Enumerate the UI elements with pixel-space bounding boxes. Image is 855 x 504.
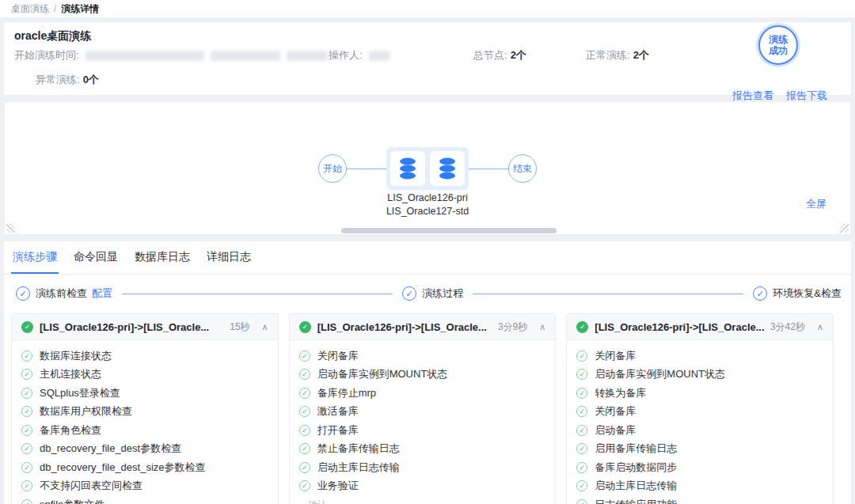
tab-detail-log[interactable]: 详细日志 [205,241,253,274]
step-item-label: 业务验证 [317,479,359,493]
confirm-step-label: 确认 [308,498,556,504]
step-item-label: 启动备库实例到MOUNT状态 [317,367,448,381]
horizontal-scrollbar-thumb[interactable] [341,228,557,233]
step-check-icon: ✓ [21,480,32,491]
operator-label: 操作人: [329,48,363,63]
recovery-card-header[interactable]: ✓ [LIS_Oracle126-pri]->[LIS_Oracle... 3分… [567,314,833,340]
recovery-duration: 3分42秒 [770,320,805,334]
step-cards-row: ✓ [LIS_Oracle126-pri]->[LIS_Oracle... 15… [11,313,834,504]
step-item-label: 激活备库 [317,404,359,419]
flow-end-node[interactable]: 结束 [508,154,537,183]
step-item-label: 数据库用户权限检查 [40,404,132,419]
step-item: ✓ 主机连接状态 [21,366,268,385]
step-item-label: 备库角色检查 [40,423,101,438]
flow-connector [469,169,508,169]
phase1-label: 演练前检查 [36,286,87,301]
db-standby-label: LIS_Oracle127-std [5,205,850,218]
step-item: ✓ 启动主库日志传输 [299,458,546,477]
step-item: ✓ 备库角色检查 [21,421,268,440]
page-title: oracle桌面演练 [14,29,91,44]
db-pair-node[interactable] [386,147,469,190]
step-check-icon: ✓ [21,351,32,362]
breadcrumb: 桌面演练 / 演练详情 [0,0,855,17]
stepper-line [473,294,743,294]
process-card-header[interactable]: ✓ [LIS_Oracle126-pri]->[LIS_Oracle... 3分… [290,314,556,340]
redacted-operator [369,51,390,61]
abnormal-drill-value: 0个 [83,73,99,87]
total-nodes-label: 总节点: [473,48,507,63]
tab-database-log[interactable]: 数据库日志 [133,241,192,274]
redacted-start-time [86,51,204,61]
success-check-icon: ✓ [576,321,588,333]
resize-handle-right[interactable] [840,224,849,233]
step-item: ✓ 打开备库 [299,421,546,440]
step-item: ✓ db_recovery_file_dest参数检查 [21,440,268,459]
step-check-icon: ✓ [576,406,587,417]
step-item: ✓ 数据库用户权限检查 [21,403,268,422]
breadcrumb-parent[interactable]: 桌面演练 [11,2,49,16]
drill-success-badge: 演练成功 [758,25,798,65]
step-item: ✓ 关闭备库 [299,347,546,366]
breadcrumb-separator: / [54,3,56,14]
collapse-chevron-icon[interactable]: ∧ [539,322,545,332]
precheck-card-title: [LIS_Oracle126-pri]->[LIS_Oracle... [40,321,223,333]
redacted-start-time-2 [211,51,280,61]
step-item-label: db_recovery_file_dest参数检查 [40,441,181,456]
step-item: ✓ 启用备库传输日志 [576,440,823,459]
drill-detail-panel: 演练步骤 命令回显 数据库日志 详细日志 ✓ 演练前检查 配置 ✓ 演练过程 ✓… [4,241,851,504]
step-item: ✓ 业务验证 [299,477,546,496]
phase1-check-icon: ✓ [16,286,30,301]
db-pair-labels: LIS_Oracle126-pri LIS_Oracle127-std [5,191,850,218]
precheck-card-header[interactable]: ✓ [LIS_Oracle126-pri]->[LIS_Oracle... 15… [12,314,278,340]
process-card-title: [LIS_Oracle126-pri]->[LIS_Oracle... [317,321,492,333]
step-item-label: 打开备库 [317,423,359,438]
db-node-standby[interactable] [430,151,465,186]
step-item: ✓ 数据库连接状态 [21,347,268,366]
step-item: ✓ spfile参数文件 [21,495,268,504]
phase3-check-icon: ✓ [753,286,767,301]
step-check-icon: ✓ [299,425,310,436]
tab-drill-steps[interactable]: 演练步骤 [11,241,59,274]
step-check-icon: ✓ [21,443,32,454]
step-item-label: 日志传输应用功能 [595,498,677,504]
db-node-primary[interactable] [390,151,425,186]
step-check-icon: ✓ [576,388,587,399]
step-check-icon: ✓ [299,462,310,473]
step-item-label: 关闭备库 [317,349,359,363]
step-item: ✓ db_recovery_file_dest_size参数检查 [21,458,268,477]
database-icon [397,157,418,180]
step-item-label: 备库启动数据同步 [595,460,677,475]
step-item: ✓ 不支持闪回表空间检查 [21,477,268,496]
step-item: ✓ 激活备库 [299,403,546,422]
collapse-chevron-icon[interactable]: ∧ [817,322,823,332]
step-check-icon: ✓ [21,369,32,380]
recovery-card-title: [LIS_Oracle126-pri]->[LIS_Oracle... [595,321,764,333]
total-nodes-value: 2个 [511,48,526,63]
step-check-icon: ✓ [299,388,310,399]
precheck-card: ✓ [LIS_Oracle126-pri]->[LIS_Oracle... 15… [11,313,279,504]
step-check-icon: ✓ [576,425,587,436]
resize-handle-left[interactable] [6,224,15,233]
step-check-icon: ✓ [576,499,587,504]
collapse-chevron-icon[interactable]: ∧ [262,322,268,332]
step-check-icon: ✓ [299,351,310,362]
phase1-config-link[interactable]: 配置 [92,286,112,301]
fullscreen-link[interactable]: 全屏 [806,197,826,211]
tab-command-echo[interactable]: 命令回显 [72,241,120,274]
normal-drill-value: 2个 [633,48,649,63]
step-item-label: spfile参数文件 [40,498,104,504]
step-item-label: 主机连接状态 [40,367,101,381]
step-check-icon: ✓ [299,406,310,417]
step-item-label: 数据库连接状态 [40,349,112,363]
step-item-label: 备库停止mrp [317,386,376,400]
step-item-label: db_recovery_file_dest_size参数检查 [40,460,206,475]
recovery-card-body: ✓ 关闭备库 ✓ 启动备库实例到MOUNT状态 ✓ 转换为备库 ✓ 关闭备库 ✓… [567,340,833,504]
step-item: ✓ 日志传输应用功能 [576,495,823,504]
normal-drill-label: 正常演练: [586,48,630,63]
step-check-icon: ✓ [299,369,310,380]
process-card-body: ✓ 关闭备库 ✓ 启动备库实例到MOUNT状态 ✓ 备库停止mrp ✓ 激活备库… [290,340,556,495]
step-check-icon: ✓ [576,369,587,380]
recovery-card: ✓ [LIS_Oracle126-pri]->[LIS_Oracle... 3分… [566,313,834,504]
flow-start-node[interactable]: 开始 [318,154,347,183]
database-icon [437,157,458,180]
